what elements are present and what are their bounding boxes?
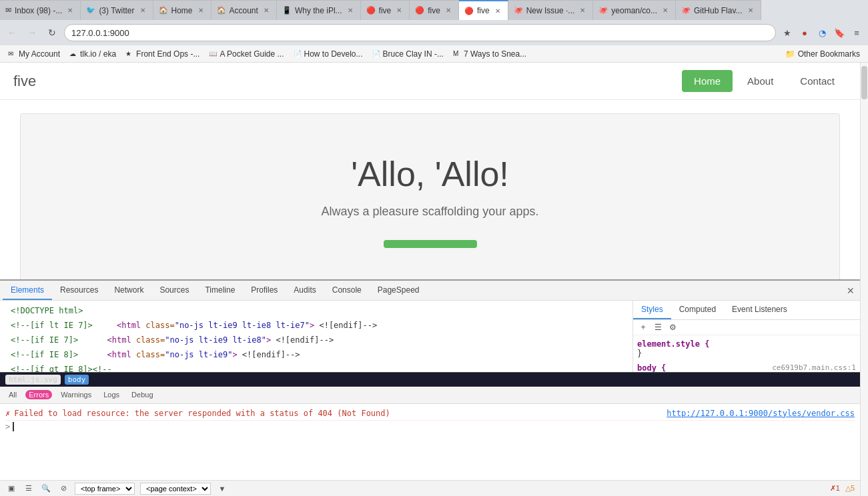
tab-tab-11[interactable]: 🐙 GitHub Flav... ✕	[676, 0, 761, 20]
devtools-tab-dt-sources[interactable]: Sources	[151, 281, 197, 300]
bookmark-label: How to Develo...	[304, 49, 363, 59]
refresh-button[interactable]: ↻	[44, 25, 60, 41]
tab-tab-7[interactable]: 🔴 five ✕	[410, 0, 459, 20]
tab-favicon: 🏠	[159, 6, 168, 15]
bookmark-bm-5[interactable]: 📄 How to Develo...	[290, 48, 367, 60]
tab-tab-9[interactable]: 🐙 New Issue ·... ✕	[508, 0, 594, 20]
tab-label: yeoman/co...	[611, 6, 657, 15]
code-line-3[interactable]: <!--[if IE 8]> <html class="no-js lt-ie9…	[0, 347, 632, 362]
vpn-icon[interactable]: ◔	[815, 25, 829, 40]
devtools-tab-dt-console[interactable]: Console	[324, 281, 370, 300]
tab-close-button[interactable]: ✕	[578, 6, 587, 15]
element-style-text: element.style {	[637, 339, 709, 349]
tab-tab-4[interactable]: 🏠 Account ✕	[211, 0, 277, 20]
hero-button[interactable]	[384, 240, 477, 248]
devtools-tab-dt-profiles[interactable]: Profiles	[243, 281, 286, 300]
bookmark-favicon: ★	[125, 50, 133, 58]
bookmarks-more[interactable]: 📁 Other Bookmarks	[781, 48, 864, 60]
tab-close-button[interactable]: ✕	[196, 6, 205, 15]
devtools-tab-dt-audits[interactable]: Audits	[286, 281, 324, 300]
tab-close-button[interactable]: ✕	[346, 6, 355, 15]
breadcrumb-item-bc-body[interactable]: body	[65, 375, 89, 385]
bookmark-bm-1[interactable]: ✉ My Account	[4, 48, 64, 60]
devtools-close-button[interactable]: ✕	[844, 284, 857, 297]
tab-tab-5[interactable]: 📱 Why the iPl... ✕	[277, 0, 361, 20]
devtools-tab-dt-resources[interactable]: Resources	[52, 281, 106, 300]
tab-tab-8[interactable]: 🔴 five ✕	[459, 0, 508, 20]
code-line-2[interactable]: <!--[if IE 7]> <html class="no-js lt-ie9…	[0, 333, 632, 347]
forward-button[interactable]: →	[24, 25, 40, 41]
main-area: five HomeAboutContact 'Allo, 'Allo! Alwa…	[0, 63, 868, 496]
frame-selector[interactable]: <top frame>	[75, 483, 135, 495]
nav-item-nav-about[interactable]: About	[735, 70, 785, 92]
devtools-tab-dt-pagespeed[interactable]: PageSpeed	[370, 281, 428, 300]
devtools-inspect-button[interactable]: ▣	[5, 483, 17, 495]
tab-tab-2[interactable]: 🐦 (3) Twitter ✕	[81, 0, 153, 20]
nav-item-nav-home[interactable]: Home	[682, 70, 733, 92]
tab-close-button[interactable]: ✕	[493, 6, 502, 15]
nav-items: HomeAboutContact	[682, 70, 847, 92]
bookmark-bm-7[interactable]: M 7 Ways to Snea...	[449, 48, 530, 60]
tab-close-button[interactable]: ✕	[444, 6, 453, 15]
devtools-filter-bar: AllErrorsWarningsLogsDebug	[0, 387, 860, 404]
styles-settings-button[interactable]: ⚙	[667, 321, 679, 333]
save-icon[interactable]: 🔖	[832, 25, 847, 40]
console-area: ✗ Failed to load resource: the server re…	[0, 404, 860, 481]
doctype-text: <!DOCTYPE html>	[11, 306, 83, 315]
breadcrumb-item-bc-html[interactable]: html.js.svg	[5, 375, 61, 385]
styles-tab-st-styles[interactable]: Styles	[633, 301, 671, 319]
tab-close-button[interactable]: ✕	[138, 6, 147, 15]
code-line-4[interactable]: <!--[if gt IE 8]><!--	[0, 362, 632, 372]
error-link-text[interactable]: http://127.0.0.1:9000/styles/vendor.css	[667, 409, 855, 418]
filter-btn-fb-all[interactable]: All	[5, 390, 20, 399]
devtools-tab-dt-network[interactable]: Network	[106, 281, 151, 300]
filter-btn-fb-logs[interactable]: Logs	[100, 390, 123, 399]
tab-close-button[interactable]: ✕	[746, 6, 755, 15]
tab-close-button[interactable]: ✕	[65, 6, 75, 15]
filter-btn-fb-debug[interactable]: Debug	[128, 390, 156, 399]
code-line-1[interactable]: <!--[if lt IE 7]> <html class="no-js lt-…	[0, 318, 632, 333]
bookmark-bm-3[interactable]: ★ Front End Ops -...	[121, 48, 203, 60]
tab-favicon: 📱	[282, 6, 292, 15]
style-close-element: }	[637, 349, 856, 358]
filter-icon[interactable]: ▼	[216, 483, 228, 495]
hero-title: 'Allo, 'Allo!	[34, 154, 826, 194]
devtools-block-button[interactable]: ⊘	[57, 483, 69, 495]
styles-toggle-button[interactable]: ☰	[652, 321, 664, 333]
site-logo: five	[13, 73, 36, 90]
comment-2: <!--[if IE 7]>	[11, 335, 78, 345]
tab-tab-3[interactable]: 🏠 Home ✕	[153, 0, 211, 20]
tab-favicon: 🔴	[415, 6, 424, 15]
tab-favicon: 🔴	[464, 7, 474, 15]
shield-icon[interactable]: ●	[797, 25, 812, 40]
context-selector[interactable]: <page context>	[140, 483, 211, 495]
bookmark-bm-6[interactable]: 📄 Bruce Clay IN -...	[368, 48, 448, 60]
bookmark-bm-4[interactable]: 📖 A Pocket Guide ...	[205, 48, 288, 60]
site-nav: five HomeAboutContact	[0, 63, 860, 100]
styles-tab-st-event-listeners[interactable]: Event Listeners	[724, 301, 795, 319]
styles-new-rule-button[interactable]: +	[637, 321, 649, 333]
tab-tab-1[interactable]: ✉ Inbox (98) -... ✕	[0, 0, 81, 20]
devtools-console-toggle-button[interactable]: ☰	[23, 483, 35, 495]
console-caret-icon: >	[5, 422, 10, 431]
tab-close-button[interactable]: ✕	[394, 6, 404, 15]
bookmark-bm-2[interactable]: ☁ tlk.io / eka	[65, 48, 120, 60]
styles-tab-st-computed[interactable]: Computed	[671, 301, 724, 319]
tab-close-button[interactable]: ✕	[661, 6, 670, 15]
menu-button[interactable]: ≡	[849, 25, 864, 40]
tab-tab-10[interactable]: 🐙 yeoman/co... ✕	[593, 0, 676, 20]
address-input[interactable]	[64, 24, 776, 41]
bookmark-star-button[interactable]: ★	[780, 25, 795, 40]
nav-item-nav-contact[interactable]: Contact	[788, 70, 847, 92]
devtools-search-button[interactable]: 🔍	[40, 483, 52, 495]
filter-btn-fb-warnings[interactable]: Warnings	[57, 390, 95, 399]
devtools-tab-dt-timeline[interactable]: Timeline	[197, 281, 243, 300]
tab-label: New Issue ·...	[526, 6, 575, 15]
tab-close-button[interactable]: ✕	[262, 6, 271, 15]
tab-tab-6[interactable]: 🔴 five ✕	[361, 0, 410, 20]
console-cursor	[13, 422, 14, 431]
filter-btn-fb-errors[interactable]: Errors	[25, 390, 52, 399]
back-button[interactable]: ←	[4, 25, 20, 41]
devtools-tab-dt-elements[interactable]: Elements	[3, 281, 52, 300]
main-scrollbar-thumb[interactable]	[861, 66, 867, 99]
